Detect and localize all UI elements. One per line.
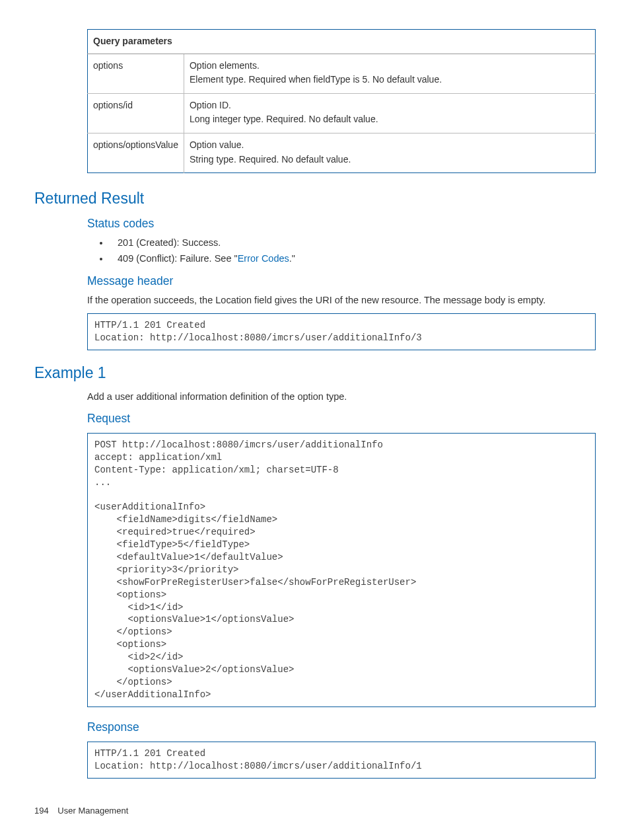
table-header: Query parameters [88,30,596,54]
example-intro: Add a user additional information defini… [87,390,596,403]
section-name: User Management [57,806,128,816]
query-parameters-table: Query parameters options Option elements… [87,29,596,173]
status-codes-list: 201 (Created): Success. 409 (Conflict): … [87,236,596,266]
param-desc: Option ID. Long integer type. Required. … [184,93,595,133]
page-footer: 194 User Management [34,805,596,817]
param-name: options/id [88,93,184,133]
param-name: options/optionsValue [88,133,184,172]
param-desc: Option value. String type. Required. No … [184,133,595,172]
table-row: options/id Option ID. Long integer type.… [88,93,596,133]
list-item: 409 (Conflict): Failure. See "Error Code… [110,252,596,265]
table-row: options Option elements. Element type. R… [88,54,596,93]
status-codes-heading: Status codes [87,215,596,232]
example-heading: Example 1 [34,362,596,383]
message-header-code: HTTP/1.1 201 Created Location: http://lo… [87,313,596,350]
table-row: options/optionsValue Option value. Strin… [88,133,596,172]
error-codes-link[interactable]: Error Codes [238,253,289,264]
list-item: 201 (Created): Success. [110,236,596,249]
request-heading: Request [87,410,596,427]
page-number: 194 [34,806,49,816]
param-name: options [88,54,184,93]
response-code: HTTP/1.1 201 Created Location: http://lo… [87,742,596,779]
request-code: POST http://localhost:8080/imcrs/user/ad… [87,433,596,707]
message-header-body: If the operation succeeds, the Location … [87,293,596,307]
response-heading: Response [87,719,596,736]
returned-result-heading: Returned Result [34,188,596,209]
param-desc: Option elements. Element type. Required … [184,54,595,93]
message-header-heading: Message header [87,273,596,289]
